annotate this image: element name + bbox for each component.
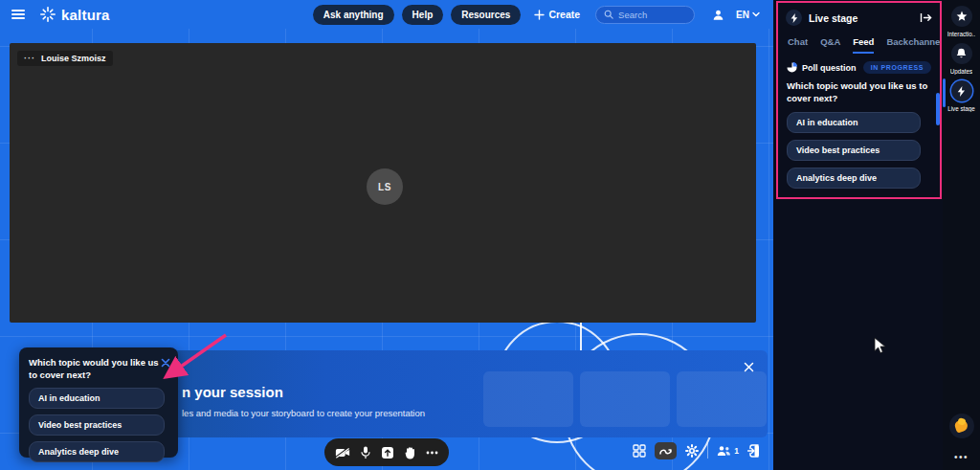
banner-subtitle: les and media to your storyboard to crea… [182, 408, 425, 418]
panel-title: Live stage [809, 12, 913, 24]
bell-icon [951, 43, 972, 64]
live-stage-header: Live stage [778, 3, 940, 30]
speaker-name: Louise Szmoisz [41, 54, 106, 63]
participant-count: 1 [734, 446, 739, 456]
grid-view-button[interactable] [633, 444, 646, 458]
storyboard-tile[interactable] [580, 371, 670, 427]
share-content-button[interactable] [381, 446, 394, 459]
panel-tabs: Chat Q&A Feed Backchannel [778, 30, 940, 54]
poll-option-button[interactable]: Video best practices [29, 414, 165, 436]
tab-feed[interactable]: Feed [853, 36, 874, 54]
poll-feed-card: Poll question IN PROGRESS Which topic wo… [778, 54, 940, 199]
clap-reaction-button[interactable] [949, 414, 974, 438]
star-icon [951, 6, 972, 27]
tab-backchannel[interactable]: Backchannel [886, 36, 942, 54]
plus-icon [534, 10, 545, 20]
speaker-avatar: LS [367, 168, 403, 205]
poll-notification-popup: Which topic would you like us to cover n… [19, 347, 178, 458]
speaker-menu-icon[interactable]: ··· [24, 54, 35, 63]
poll-option-button[interactable]: AI in education [29, 388, 165, 409]
stage-area: ··· Louise Szmoisz LS n your session les… [0, 29, 773, 470]
poll-settings-icon[interactable] [920, 197, 929, 199]
leave-session-button[interactable] [747, 444, 760, 458]
rail-item-updates[interactable]: Updates [943, 43, 980, 75]
lightning-bolt-icon [951, 80, 972, 101]
search-box[interactable] [595, 6, 695, 24]
camera-off-button[interactable] [335, 447, 350, 459]
kaltura-sunburst-icon [40, 7, 56, 22]
controls-divider [707, 443, 708, 459]
help-button[interactable]: Help [402, 5, 444, 25]
speaker-video-tile: ··· Louise Szmoisz LS [10, 43, 756, 323]
pie-chart-icon [787, 62, 797, 73]
storyboard-tile[interactable] [483, 371, 573, 427]
resources-button[interactable]: Resources [451, 5, 521, 25]
session-banner: n your session les and media to your sto… [136, 350, 768, 437]
media-toolbar [324, 438, 449, 466]
popout-panel-icon[interactable] [920, 12, 932, 23]
top-bar: kaltura Ask anything Help Resources Crea… [0, 0, 773, 29]
poll-status-badge: IN PROGRESS [863, 61, 931, 74]
storyboard-tiles [483, 371, 767, 427]
tab-qa[interactable]: Q&A [820, 36, 840, 54]
poll-type-label: Poll question [802, 63, 858, 73]
right-rail: Interactio.. Updates Live stage ••• [943, 0, 980, 470]
rail-item-label: Live stage [947, 105, 975, 112]
speaker-name-tag[interactable]: ··· Louise Szmoisz [17, 51, 113, 66]
create-button[interactable]: Create [534, 9, 580, 20]
more-options-button[interactable] [426, 451, 438, 455]
kaltura-app: kaltura Ask anything Help Resources Crea… [0, 0, 980, 470]
panel-scrollbar[interactable] [936, 93, 940, 125]
ask-anything-button[interactable]: Ask anything [313, 5, 394, 25]
popup-poll-question: Which topic would you like us to cover n… [29, 357, 161, 382]
rail-more-button[interactable]: ••• [954, 452, 969, 462]
participants-button[interactable]: 1 [717, 445, 739, 457]
search-icon [604, 10, 613, 19]
banner-title: n your session [182, 384, 283, 400]
rail-item-interactions[interactable]: Interactio.. [943, 6, 980, 37]
feed-poll-question: Which topic would you like us to cover n… [787, 80, 930, 105]
kaltura-logo[interactable]: kaltura [40, 7, 110, 23]
account-icon[interactable] [712, 9, 724, 21]
poll-timestamp: 19:27 [787, 198, 805, 199]
layout-controls: 1 [633, 442, 760, 459]
rail-item-label: Updates [950, 68, 972, 75]
popup-close-icon[interactable] [161, 354, 170, 371]
poll-option-button[interactable]: AI in education [787, 112, 921, 133]
raise-hand-button[interactable] [405, 446, 415, 459]
storyboard-tile[interactable] [677, 371, 767, 427]
poll-option-button[interactable]: Analytics deep dive [29, 441, 165, 462]
live-stage-panel: Live stage Chat Q&A Feed Backchannel [776, 1, 942, 199]
hamburger-menu-icon[interactable] [11, 10, 25, 19]
storyboard-view-button[interactable] [655, 442, 677, 459]
language-selector[interactable]: EN [736, 10, 760, 20]
poll-option-button[interactable]: Analytics deep dive [787, 168, 921, 189]
microphone-button[interactable] [361, 446, 370, 459]
lightning-bolt-icon [786, 10, 802, 26]
side-panel: Live stage Chat Q&A Feed Backchannel [773, 0, 943, 470]
rail-item-label: Interactio.. [947, 31, 975, 37]
chevron-down-icon [752, 11, 760, 17]
search-input[interactable] [618, 10, 685, 20]
settings-button[interactable] [685, 444, 699, 458]
logo-text: kaltura [61, 7, 110, 23]
tab-chat[interactable]: Chat [788, 36, 808, 54]
poll-option-button[interactable]: Video best practices [787, 140, 921, 161]
rail-item-live-stage[interactable]: Live stage [943, 80, 980, 112]
